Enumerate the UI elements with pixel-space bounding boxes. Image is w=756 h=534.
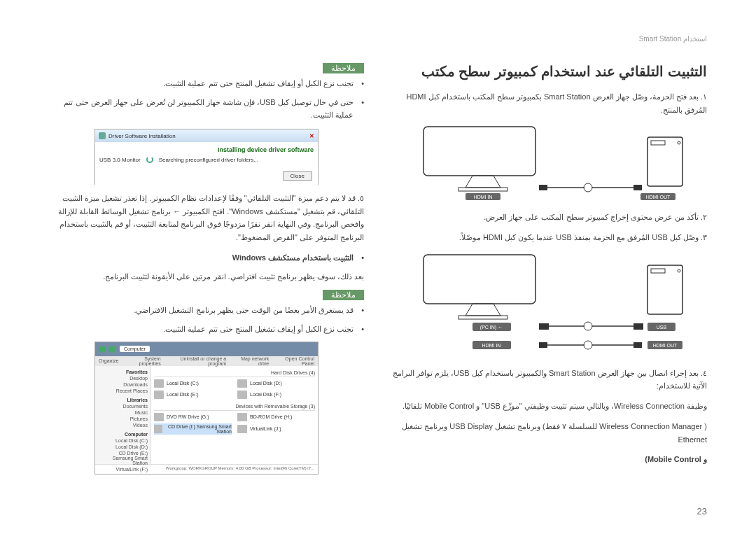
svg-point-32 (584, 341, 592, 349)
svg-rect-34 (634, 342, 642, 348)
explorer-window: Computer Organize System properties Unin… (94, 342, 318, 475)
sidebar-computer[interactable]: Computer (98, 431, 148, 437)
device-name: USB 3.0 Monitor (99, 157, 141, 163)
sidebar-favorites[interactable]: Favorites (98, 369, 148, 375)
sidebar-ld-d[interactable]: Local Disk (D:) (98, 444, 148, 450)
note-7: تجنب نزع الكبل أو إيقاف تشغيل المنتج حتى… (49, 323, 364, 336)
svg-rect-17 (651, 269, 665, 273)
spinner-icon (146, 156, 153, 163)
svg-text:HDMI IN: HDMI IN (482, 343, 501, 348)
close-button[interactable]: Close (283, 171, 312, 181)
page-header: Smart Station استخدام (639, 35, 707, 43)
svg-point-4 (678, 141, 680, 144)
svg-rect-0 (424, 127, 536, 176)
shield-icon (99, 132, 106, 139)
toolbar-uninstall[interactable]: Uninstall or change a program (168, 356, 227, 366)
section-removable: Devices with Removable Storage (3) (154, 402, 315, 411)
sidebar-music[interactable]: Music (98, 409, 148, 416)
note-1: تجنب نزع الكبل أو إيقاف تشغيل المنتج حتى… (49, 77, 364, 90)
breadcrumb[interactable]: Computer (120, 346, 150, 352)
sidebar-downloads[interactable]: Downloads (98, 381, 148, 388)
svg-rect-30 (539, 342, 547, 348)
disc-icon (154, 413, 164, 421)
svg-text:← (PC IN): ← (PC IN) (480, 325, 503, 330)
section-hdd: Hard Disk Drives (4) (154, 369, 315, 377)
note-label-1: ملاحظة (323, 63, 364, 73)
step-4b: وظيفة Wireless Connection، وبالتالي سيتم… (392, 400, 707, 413)
nav-forward-icon[interactable] (108, 346, 115, 353)
svg-rect-21 (539, 323, 549, 330)
toolbar-map[interactable]: Map network drive (233, 356, 269, 366)
nav-back-icon[interactable] (99, 346, 106, 353)
step-5b: التثبيت باستخدام مستكشف Windows (49, 251, 364, 265)
page-number: 23 (697, 506, 707, 517)
step-4a: ٤. بعد إجراء اتصال بين جهاز العرض Smart … (392, 367, 707, 393)
explorer-sidebar: Favorites Desktop Downloads Recent Place… (95, 366, 151, 464)
svg-rect-9 (634, 185, 642, 190)
step-3: ٣. وصّل كبل USB المُرفق مع الحزمة بمنفذ … (392, 231, 707, 244)
svg-text:USB: USB (657, 325, 667, 330)
sidebar-vl-f[interactable]: VirtualLink (F:) (98, 466, 148, 472)
drive-d[interactable]: Local Disk (D:) (237, 379, 315, 388)
drive-e[interactable]: Local Disk (E:) (154, 390, 232, 400)
drive-smart-station[interactable]: CD Drive (I:) Samsung Smart Station (154, 423, 232, 435)
svg-rect-5 (539, 185, 547, 190)
svg-point-23 (584, 322, 592, 330)
disc-icon (237, 413, 247, 421)
drive-icon (154, 379, 164, 388)
sidebar-pictures[interactable]: Pictures (98, 416, 148, 422)
page-title: التثبيت التلقائي عند استخدام كمبيوتر سطح… (392, 63, 707, 80)
step-2: ٢. تأكد من عرض محتوى إخراج كمبيوتر سطح ا… (392, 211, 707, 224)
note-2: حتى في حال توصيل كبل USB، فإن شاشة جهاز … (49, 96, 364, 122)
header-product: Smart Station (639, 35, 682, 43)
sidebar-libraries[interactable]: Libraries (98, 397, 148, 403)
toolbar-control[interactable]: Open Control Panel (276, 356, 314, 366)
drive-bd[interactable]: BD-ROM Drive (H:) (237, 412, 315, 422)
toolbar-props[interactable]: System properties (125, 356, 160, 366)
step-5c: بعد ذلك، سوف يظهر برنامج تثبيت افتراضي. … (49, 270, 364, 283)
sidebar-ld-c[interactable]: Local Disk (C:) (98, 437, 148, 444)
sidebar-desktop[interactable]: Desktop (98, 375, 148, 381)
drive-f[interactable]: Local Disk (F:) (237, 390, 315, 400)
note-label-2: ملاحظة (323, 290, 364, 300)
svg-rect-14 (424, 255, 536, 304)
svg-text:HDMI IN: HDMI IN (474, 195, 493, 199)
drive-icon (154, 391, 164, 399)
toolbar-organize[interactable]: Organize (99, 358, 118, 363)
header-section: استخدام (683, 35, 707, 43)
svg-text:HDMI OUT: HDMI OUT (653, 343, 678, 348)
device-status: Searching preconfigured driver folders..… (159, 157, 258, 163)
svg-rect-1 (458, 188, 507, 191)
disc-icon (154, 425, 162, 433)
drive-dvd[interactable]: DVD RW Drive (G:) (154, 412, 232, 422)
note-6: قد يستغرق الأمر بعضًا من الوقت حتى يظهر … (49, 304, 364, 317)
driver-install-dialog: Driver Software Installation ✕ Installin… (94, 129, 318, 185)
diagram-usb-connection: ← (PC IN) USB HDMI IN (392, 251, 707, 356)
step-4c: ( Wireless Connection Manager للسلسلة ٧ … (392, 420, 707, 446)
sidebar-videos[interactable]: Videos (98, 422, 148, 428)
disc-icon (237, 425, 247, 433)
svg-point-7 (584, 183, 592, 192)
sidebar-docs[interactable]: Documents (98, 403, 148, 409)
diagram-hdmi-connection: HDMI IN HDMI OUT (392, 123, 707, 200)
left-column: ملاحظة تجنب نزع الكبل أو إيقاف تشغيل الم… (49, 63, 364, 480)
drive-vlink[interactable]: VirtualLink (J:) (237, 423, 315, 435)
dialog-title: Driver Software Installation (108, 133, 176, 139)
step-1: ١. بعد فتح الحزمة، وصّل جهاز العرض Smart… (392, 90, 707, 116)
explorer-main: Hard Disk Drives (4) Local Disk (C:) Loc… (151, 366, 318, 464)
svg-rect-15 (458, 316, 507, 319)
svg-rect-3 (651, 141, 665, 145)
sidebar-recent[interactable]: Recent Places (98, 388, 148, 394)
sidebar-cd-e[interactable]: CD Drive (E:) Samsung Smart Station (98, 450, 148, 466)
drive-c[interactable]: Local Disk (C:) (154, 379, 232, 388)
svg-rect-25 (634, 323, 643, 330)
svg-point-18 (678, 269, 680, 272)
drive-icon (237, 391, 247, 399)
close-icon[interactable]: ✕ (309, 133, 314, 139)
install-heading: Installing device driver software (99, 146, 314, 153)
step-4d: و Mobile Control) (392, 453, 707, 466)
step-5a: ٥. قد لا يتم دعم ميزة "التثبيت التلقائي"… (49, 192, 364, 244)
right-column: التثبيت التلقائي عند استخدام كمبيوتر سطح… (392, 63, 707, 480)
drive-icon (237, 379, 247, 388)
svg-text:HDMI OUT: HDMI OUT (646, 195, 671, 199)
